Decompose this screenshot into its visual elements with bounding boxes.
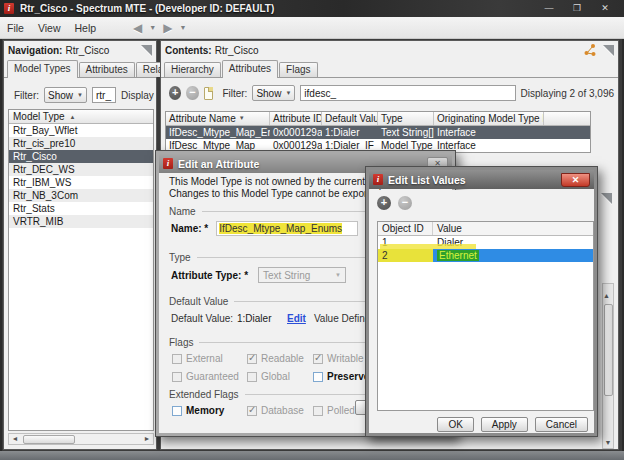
back-dropdown-icon[interactable]: ▼ — [147, 24, 158, 31]
checkbox-database[interactable]: Database — [247, 405, 304, 416]
panel-menu-icon[interactable] — [603, 45, 614, 56]
relations-molecule-icon[interactable] — [583, 43, 597, 57]
list-item[interactable]: VRTR_MIB — [9, 215, 153, 228]
chevron-down-icon: ▼ — [77, 92, 83, 98]
scroll-right-icon[interactable]: ► — [141, 434, 153, 444]
tab-attributes[interactable]: Attributes — [222, 60, 278, 78]
horizontal-scrollbar[interactable]: ◄ ► — [8, 433, 154, 445]
checkbox-guaranteed[interactable]: Guaranteed — [172, 371, 239, 382]
title-bar: i Rtr_Cisco - Spectrum MTE - (Developer … — [0, 0, 624, 17]
column-object-id[interactable]: Object ID — [378, 222, 433, 235]
list-values-table: Object ID Value 1 Dialer 2 Ethernet — [377, 221, 594, 411]
remove-attribute-button[interactable]: − — [186, 86, 198, 100]
tab-flags[interactable]: Flags — [279, 62, 317, 77]
close-icon[interactable]: ✕ — [598, 1, 612, 16]
copy-attribute-icon[interactable] — [204, 87, 214, 100]
default-value-text: 1:Dialer — [237, 313, 287, 324]
edit-list-titlebar: i Edit List Values ✕ — [369, 170, 594, 189]
checkbox-external[interactable]: External — [172, 353, 223, 364]
ok-button[interactable]: OK — [437, 417, 473, 432]
checkbox-global[interactable]: Global — [247, 371, 290, 382]
displaying-count: Displaying 8 of — [121, 90, 154, 101]
scrollbar-thumb[interactable] — [604, 304, 613, 396]
menu-view[interactable]: View — [31, 19, 68, 37]
window-bottom-edge — [0, 451, 624, 460]
sort-desc-icon: ▼ — [239, 112, 245, 125]
attribute-type-select[interactable]: Text String ▼ — [258, 267, 346, 283]
contents-header: Contents: Rtr_Cisco — [161, 41, 618, 59]
filter-text-input[interactable] — [92, 87, 116, 103]
cancel-button[interactable]: Cancel — [535, 417, 588, 432]
list-item[interactable]: Rtr_NB_3Com — [9, 189, 153, 202]
checkbox-polled[interactable]: Polled — [313, 405, 355, 416]
window-title: Rtr_Cisco - Spectrum MTE - (Developer ID… — [20, 3, 274, 14]
displaying-count: Displaying 2 of 3,096 — [521, 88, 614, 99]
attribute-name-field[interactable]: IfDesc_Mtype_Map_Enums — [216, 221, 358, 236]
list-item[interactable]: Rtr_DEC_WS — [9, 163, 153, 176]
filter-label: Filter: — [14, 90, 39, 101]
minimize-icon[interactable]: — — [542, 1, 556, 16]
list-item[interactable]: Rtr_Bay_Wflet — [9, 124, 153, 137]
apply-button[interactable]: Apply — [481, 417, 528, 432]
list-item[interactable]: Rtr_Stats — [9, 202, 153, 215]
filter-label: Filter: — [222, 88, 247, 99]
checkbox-readable[interactable]: Readable — [247, 353, 304, 364]
back-icon[interactable]: ◀ — [131, 21, 144, 35]
highlighted-name-value: IfDesc_Mtype_Map_Enums — [219, 223, 342, 234]
list-item[interactable]: Rtr_IBM_WS — [9, 176, 153, 189]
menu-help[interactable]: Help — [68, 19, 104, 37]
tab-model-types[interactable]: Model Types — [7, 60, 78, 78]
table-row-selected[interactable]: IfDesc_Mtype_Map_Enums 0x000129a4 1:Dial… — [166, 126, 590, 139]
list-item-selected[interactable]: Rtr_Cisco — [9, 150, 153, 163]
sort-asc-icon: ▲ — [70, 114, 76, 120]
attribute-type-label: Attribute Type: * — [171, 270, 248, 281]
menu-file[interactable]: File — [0, 19, 31, 37]
scroll-left-icon[interactable]: ◄ — [9, 434, 21, 444]
panel-menu-icon[interactable] — [141, 45, 152, 56]
list-value-row[interactable]: 1 Dialer — [378, 236, 593, 249]
add-attribute-button[interactable]: + — [169, 86, 181, 100]
remove-value-button[interactable]: − — [398, 196, 412, 210]
scroll-up-icon[interactable]: ▲ — [603, 292, 610, 299]
edit-list-values-dialog: i Edit List Values ✕ + − Object ID Value… — [365, 166, 598, 437]
filter-mode-select[interactable]: Show ▼ — [252, 85, 295, 101]
vertical-scrollbar[interactable]: ▲ ▼ — [602, 283, 614, 449]
list-value-row-selected[interactable]: 2 Ethernet — [378, 249, 593, 262]
default-value-label: Default Value: — [171, 313, 237, 324]
spectrum-app-icon: i — [4, 3, 14, 14]
edit-attribute-title: Edit an Attribute — [178, 158, 259, 170]
tab-hierarchy[interactable]: Hierarchy — [164, 62, 221, 77]
scrollbar-thumb[interactable] — [23, 435, 75, 444]
edit-list-title: Edit List Values — [388, 174, 466, 186]
list-item[interactable]: Rtr_cis_pre10 — [9, 137, 153, 150]
green-highlighted-value: Ethernet — [437, 250, 479, 261]
checkbox-memory[interactable]: Memory — [172, 405, 224, 416]
column-attribute-id[interactable]: Attribute ID — [270, 112, 322, 125]
navigation-header-value: Rtr_Cisco — [65, 45, 109, 56]
column-originating[interactable]: Originating Model Type Name — [434, 112, 544, 125]
checkbox-writable[interactable]: Writable — [313, 353, 364, 364]
name-field-label: Name: * — [171, 223, 208, 234]
forward-icon[interactable]: ▶ — [161, 21, 174, 35]
tab-attributes-left[interactable]: Attributes — [79, 62, 135, 77]
close-icon[interactable]: ✕ — [561, 173, 590, 187]
column-attribute-name[interactable]: Attribute Name ▼ — [166, 112, 270, 125]
attributes-table: Attribute Name ▼ Attribute ID Default Va… — [165, 111, 591, 153]
panel-menu-icon[interactable] — [601, 193, 612, 204]
column-type[interactable]: Type — [378, 112, 434, 125]
scroll-down-icon[interactable]: ▼ — [603, 438, 613, 448]
column-value[interactable]: Value — [433, 222, 593, 235]
filter-mode-select[interactable]: Show ▼ — [44, 87, 87, 103]
model-type-column-header[interactable]: Model Type ▲ — [9, 110, 153, 124]
ownership-warning-line2: Changes to this Model Type cannot be exp… — [169, 188, 384, 199]
contents-tabs: Hierarchy Attributes Flags — [161, 59, 618, 78]
edit-default-link[interactable]: Edit — [287, 313, 306, 324]
contents-header-value: Rtr_Cisco — [215, 45, 259, 56]
menu-bar: File View Help ◀ ▼ ▶ ▼ — [0, 17, 624, 39]
navigation-header-label: Navigation: — [8, 45, 62, 56]
attribute-filter-input[interactable] — [300, 85, 515, 101]
maximize-icon[interactable]: ❐ — [570, 1, 584, 16]
column-default-value[interactable]: Default Value — [322, 112, 378, 125]
forward-dropdown-icon[interactable]: ▼ — [178, 24, 189, 31]
add-value-button[interactable]: + — [377, 196, 391, 210]
